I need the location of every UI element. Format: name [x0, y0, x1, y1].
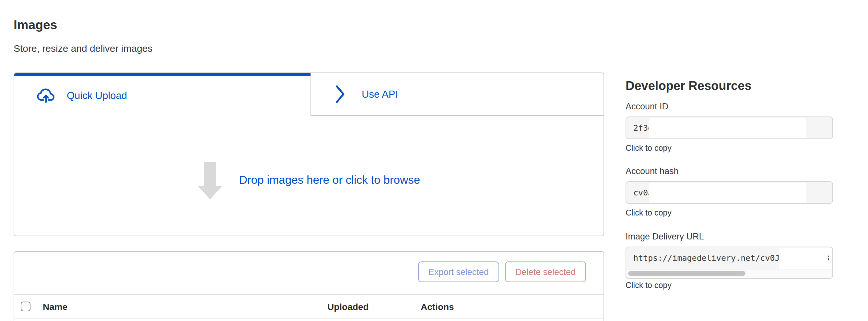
image-delivery-url-value: https://imagedelivery.net/cv0JSj	[633, 247, 789, 269]
cloud-upload-icon	[36, 88, 56, 103]
scrollbar-thumb[interactable]	[628, 271, 745, 276]
tab-quick-upload-label: Quick Upload	[67, 90, 127, 101]
export-selected-button[interactable]: Export selected	[418, 261, 499, 282]
download-arrow-icon	[198, 162, 222, 199]
account-hash-label: Account hash	[625, 166, 679, 177]
column-header-actions: Actions	[421, 295, 454, 318]
upload-panel: Quick Upload Use API Drop images here or…	[13, 72, 604, 236]
image-delivery-url-label: Image Delivery URL	[625, 231, 704, 243]
developer-resources-title: Developer Resources	[625, 78, 752, 95]
account-id-field[interactable]: 2f3d	[625, 116, 833, 139]
dropzone-label: Drop images here or click to browse	[239, 173, 420, 187]
images-table-card: Export selected Delete selected Name Upl…	[13, 251, 604, 321]
page-title: Images	[13, 16, 57, 34]
column-header-name: Name	[43, 295, 67, 318]
select-all-checkbox[interactable]	[21, 301, 30, 311]
active-tab-indicator	[14, 73, 311, 76]
account-hash-copy-hint: Click to copy	[625, 208, 672, 219]
tab-use-api-label: Use API	[362, 88, 398, 100]
redaction-overlay	[649, 182, 806, 203]
image-delivery-url-copy-hint: Click to copy	[625, 280, 672, 291]
delete-selected-button[interactable]: Delete selected	[505, 261, 586, 282]
tab-use-api[interactable]: Use API	[311, 73, 603, 116]
images-page: Images Store, resize and deliver images …	[0, 0, 868, 321]
image-dropzone[interactable]: Drop images here or click to browse	[14, 116, 603, 236]
page-subtitle: Store, resize and deliver images	[13, 42, 153, 55]
redacted-url-fragment: 3	[828, 253, 830, 262]
table-header-row: Name Uploaded Actions	[14, 294, 603, 318]
account-id-label: Account ID	[625, 101, 668, 113]
column-header-uploaded: Uploaded	[328, 295, 369, 318]
horizontal-scrollbar	[627, 270, 832, 278]
tab-quick-upload[interactable]: Quick Upload	[14, 76, 311, 115]
redaction-overlay	[649, 118, 806, 138]
table-toolbar: Export selected Delete selected	[418, 261, 586, 282]
image-delivery-url-field[interactable]: https://imagedelivery.net/cv0JSj 3	[625, 247, 833, 279]
chevron-right-icon	[335, 85, 345, 104]
redaction-overlay	[779, 248, 832, 269]
account-id-copy-hint: Click to copy	[625, 143, 672, 154]
account-hash-field[interactable]: cv0J	[625, 181, 833, 204]
